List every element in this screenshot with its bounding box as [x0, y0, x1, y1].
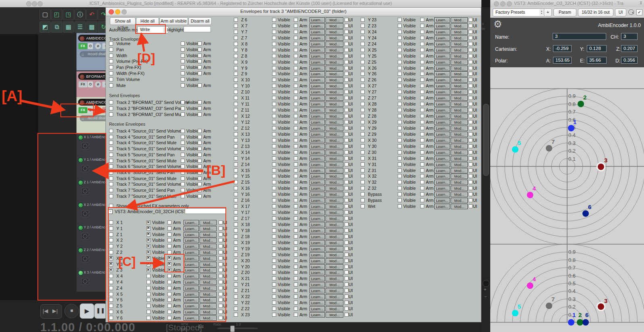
- visible-checkbox[interactable]: [272, 198, 276, 202]
- visible-checkbox[interactable]: [272, 126, 276, 130]
- visible-checkbox[interactable]: [398, 90, 402, 94]
- param-checkbox[interactable]: [361, 102, 365, 106]
- arm-checkbox[interactable]: [167, 262, 171, 266]
- visible-checkbox[interactable]: [398, 126, 402, 130]
- mod-button[interactable]: Mod...: [326, 300, 343, 305]
- arm-checkbox[interactable]: [198, 147, 202, 151]
- visible-checkbox[interactable]: [147, 256, 151, 260]
- ui-checkbox[interactable]: [345, 132, 349, 136]
- arm-checkbox[interactable]: [294, 210, 298, 214]
- ui-checkbox[interactable]: [469, 138, 473, 142]
- visible-checkbox[interactable]: [272, 72, 276, 76]
- visible-checkbox[interactable]: [181, 54, 185, 58]
- learn-button[interactable]: Learn...: [310, 282, 325, 287]
- mod-button[interactable]: Mod...: [451, 29, 468, 35]
- ui-checkbox[interactable]: [345, 120, 349, 124]
- visible-checkbox[interactable]: [147, 280, 151, 284]
- visible-checkbox[interactable]: [272, 313, 276, 317]
- visible-checkbox[interactable]: [147, 220, 151, 224]
- param-checkbox[interactable]: [361, 60, 365, 64]
- ui-checkbox[interactable]: [469, 180, 473, 184]
- learn-button[interactable]: Learn...: [184, 268, 199, 273]
- ui-checkbox[interactable]: [345, 234, 349, 239]
- learn-button[interactable]: Learn...: [310, 198, 325, 203]
- arm-checkbox[interactable]: [294, 241, 298, 245]
- visible-checkbox[interactable]: [272, 216, 276, 220]
- visible-checkbox[interactable]: [272, 78, 276, 82]
- ui-checkbox[interactable]: [469, 60, 473, 64]
- lane-active-icon[interactable]: [78, 203, 83, 208]
- phase-icon[interactable]: ø: [95, 107, 101, 113]
- arm-checkbox[interactable]: [420, 174, 424, 178]
- arm-checkbox[interactable]: [294, 108, 298, 112]
- param-checkbox[interactable]: [234, 313, 238, 317]
- learn-button[interactable]: Learn...: [310, 23, 325, 29]
- visible-checkbox[interactable]: [272, 253, 276, 257]
- visible-checkbox[interactable]: [272, 108, 276, 112]
- project-info-icon[interactable]: ⓘ: [74, 9, 86, 20]
- learn-button[interactable]: Learn...: [310, 35, 325, 41]
- arm-checkbox[interactable]: [198, 182, 202, 186]
- automation-mode-combo[interactable]: Write▴▾: [137, 26, 169, 33]
- ui-checkbox[interactable]: [345, 270, 349, 274]
- visible-checkbox[interactable]: [272, 60, 276, 64]
- visible-checkbox[interactable]: [147, 298, 151, 302]
- visible-checkbox[interactable]: [272, 48, 276, 52]
- visible-checkbox[interactable]: [398, 138, 402, 142]
- arm-checkbox[interactable]: [420, 120, 424, 124]
- ui-checkbox[interactable]: [345, 150, 349, 154]
- mod-button[interactable]: Mod...: [451, 54, 468, 59]
- ui-checkbox[interactable]: [219, 304, 223, 308]
- env-checkbox[interactable]: [109, 170, 113, 174]
- ui-checkbox[interactable]: [345, 216, 349, 220]
- mod-button[interactable]: Mod...: [326, 48, 343, 53]
- mod-button[interactable]: Mod...: [326, 252, 343, 257]
- lane-mod-button[interactable]: [81, 278, 89, 285]
- learn-button[interactable]: Learn...: [434, 192, 450, 197]
- arm-checkbox[interactable]: [198, 100, 202, 104]
- param-checkbox[interactable]: [109, 262, 113, 266]
- visible-checkbox[interactable]: [398, 132, 402, 136]
- ui-checkbox[interactable]: [469, 150, 473, 154]
- visible-checkbox[interactable]: [147, 226, 151, 230]
- mod-button[interactable]: Mod...: [326, 282, 343, 287]
- arm-checkbox[interactable]: [420, 102, 424, 106]
- mod-button[interactable]: Mod...: [326, 126, 343, 131]
- transport-time[interactable]: 1.1.00 / 0:00.000: [40, 321, 135, 332]
- arm-checkbox[interactable]: [294, 301, 298, 305]
- learn-button[interactable]: Learn...: [184, 226, 199, 231]
- arm-checkbox[interactable]: [420, 42, 424, 46]
- arm-checkbox[interactable]: [420, 114, 424, 118]
- arm-checkbox[interactable]: [294, 222, 298, 226]
- mod-button[interactable]: Mod...: [451, 48, 468, 53]
- param-checkbox[interactable]: [361, 126, 365, 130]
- arm-checkbox[interactable]: [294, 144, 298, 148]
- ui-checkbox[interactable]: [469, 54, 473, 58]
- visible-checkbox[interactable]: [272, 42, 276, 46]
- ui-checkbox[interactable]: [469, 132, 473, 136]
- mod-button[interactable]: Mod...: [326, 83, 343, 89]
- learn-button[interactable]: Learn...: [184, 292, 199, 297]
- learn-button[interactable]: Learn...: [310, 204, 325, 209]
- ui-checkbox[interactable]: [345, 60, 349, 64]
- mod-button[interactable]: Mod...: [451, 60, 468, 65]
- arm-checkbox[interactable]: [167, 238, 171, 242]
- vst3-filter-field[interactable]: [185, 208, 226, 214]
- arm-checkbox[interactable]: [294, 174, 298, 178]
- param-checkbox[interactable]: [109, 274, 113, 278]
- learn-button[interactable]: Learn...: [434, 23, 450, 29]
- ui-checkbox[interactable]: [345, 114, 349, 118]
- learn-button[interactable]: Learn...: [310, 42, 325, 47]
- param-checkbox[interactable]: [109, 226, 113, 230]
- visible-checkbox[interactable]: [398, 114, 402, 118]
- plugin-plots[interactable]: 0.90.90.80.80.70.70.60.60.50.50.40.40.30…: [490, 67, 644, 332]
- mod-button[interactable]: Mod...: [451, 89, 468, 95]
- arm-checkbox[interactable]: [294, 168, 298, 172]
- mod-button[interactable]: Mod...: [451, 168, 468, 173]
- mod-button[interactable]: Mod...: [451, 71, 468, 77]
- lane-mod-button[interactable]: [81, 188, 89, 195]
- param-checkbox[interactable]: [361, 156, 365, 160]
- param-checkbox[interactable]: [234, 48, 238, 52]
- visible-checkbox[interactable]: [398, 36, 402, 40]
- param-checkbox[interactable]: [234, 30, 238, 34]
